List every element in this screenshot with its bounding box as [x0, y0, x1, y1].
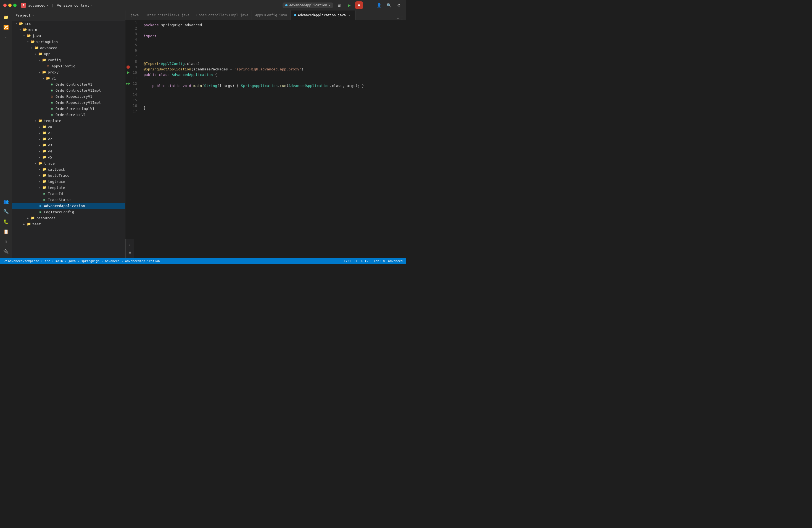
tree-icon-TraceId: ◉	[42, 191, 46, 196]
tree-arrow-callback: ▶	[38, 167, 41, 171]
sidebar-info-icon[interactable]: ℹ	[2, 237, 11, 246]
sidebar-item-callback[interactable]: ▶📁callback	[12, 166, 125, 172]
sidebar-people-icon[interactable]: 👥	[2, 197, 11, 206]
tabs-more-options[interactable]: ⋮	[400, 16, 404, 20]
run-config-selector[interactable]: AdvancedApplication ▾	[282, 2, 333, 8]
line-ending[interactable]: LF	[354, 259, 358, 263]
run-gutter-icon[interactable]	[127, 71, 130, 74]
sidebar-item-test[interactable]: ▶📁test	[12, 221, 125, 227]
version-control-selector[interactable]: Version control ▾	[57, 3, 92, 8]
sidebar-item-v1t[interactable]: ▶📁v1	[12, 130, 125, 136]
sidebar-item-OrderControllerV1Impl[interactable]: ◉OrderControllerV1Impl	[12, 87, 125, 93]
code-line-15[interactable]	[144, 100, 406, 105]
gutter-13	[126, 86, 131, 92]
right-panel-icon[interactable]: ✓	[127, 241, 133, 248]
sidebar-tree[interactable]: ▾📂src▾📂main▾📂java▾📂springHigh▾📂advanced▾…	[12, 20, 125, 258]
run-gutter-sm-icon[interactable]	[126, 83, 130, 85]
sidebar-item-helloTrace[interactable]: ▶📁helloTrace	[12, 172, 125, 178]
sidebar-item-v3[interactable]: ▶📁v3	[12, 142, 125, 148]
code-line-3[interactable]: import ...	[144, 33, 406, 39]
sidebar-item-src[interactable]: ▾📂src	[12, 20, 125, 27]
line-row-5: 5	[126, 42, 139, 48]
sidebar-item-v5[interactable]: ▶📁v5	[12, 154, 125, 160]
code-line-4[interactable]	[144, 39, 406, 44]
cursor-position[interactable]: 17:1	[344, 259, 351, 263]
sidebar-item-AdvancedApplication[interactable]: ◉AdvancedApplication	[12, 203, 125, 209]
sidebar-item-TraceStatus[interactable]: ◉TraceStatus	[12, 196, 125, 203]
code-editor[interactable]: package springHigh.advanced;import ...@I…	[139, 20, 406, 239]
sidebar-debug-icon[interactable]: 🐛	[2, 217, 11, 226]
maximize-button[interactable]	[13, 4, 17, 7]
sidebar-item-main[interactable]: ▾📂main	[12, 27, 125, 33]
code-line-7[interactable]	[144, 56, 406, 61]
encoding[interactable]: UTF-8	[361, 259, 371, 263]
sidebar-plugin-icon[interactable]: 🔌	[2, 247, 11, 256]
sidebar-item-springHigh[interactable]: ▾📂springHigh	[12, 39, 125, 45]
code-line-8[interactable]: @Import(AppV1Config.class)	[144, 61, 406, 67]
sidebar-item-template[interactable]: ▾📂template	[12, 118, 125, 124]
sidebar-more-icon[interactable]: ⋯	[2, 33, 11, 41]
sidebar-item-trace[interactable]: ▾📂trace	[12, 160, 125, 166]
tab-java-tab[interactable]: .java	[126, 11, 142, 20]
code-line-12[interactable]: public static void main(String[] args) {…	[144, 83, 406, 89]
breakpoint-icon[interactable]	[127, 65, 130, 69]
tabs-split-down[interactable]: ⌄	[397, 16, 399, 20]
sidebar-item-v1[interactable]: ▾📂v1	[12, 75, 125, 81]
close-button[interactable]	[3, 4, 6, 7]
settings-button[interactable]: ⚙	[395, 1, 403, 9]
layout-button[interactable]: ⊞	[335, 1, 343, 9]
code-line-5[interactable]	[144, 44, 406, 50]
sidebar-commits-icon[interactable]: 📋	[2, 227, 11, 236]
code-line-1[interactable]: package springHigh.advanced;	[144, 23, 406, 28]
sidebar-item-v2[interactable]: ▶📁v2	[12, 136, 125, 142]
sidebar-item-TraceId[interactable]: ◉TraceId	[12, 191, 125, 196]
tab-order-ctrl-v1-impl[interactable]: OrderControllerV1Impl.java	[193, 11, 252, 20]
sidebar-item-v4[interactable]: ▶📁v4	[12, 148, 125, 154]
sidebar-item-resources[interactable]: ▶📁resources	[12, 215, 125, 221]
sidebar-item-OrderRepositoryV1Impl[interactable]: ◉OrderRepositoryV1Impl	[12, 99, 125, 105]
sidebar-item-OrderServiceImplV1[interactable]: ◉OrderServiceImplV1	[12, 105, 125, 112]
indent-setting[interactable]: Tab: 8	[374, 259, 385, 263]
code-line-6[interactable]	[144, 50, 406, 56]
line-number-15: 15	[131, 98, 139, 103]
sidebar-item-proxy[interactable]: ▾📂proxy	[12, 69, 125, 75]
sidebar-item-java[interactable]: ▾📂java	[12, 33, 125, 39]
more-options-button[interactable]: ⋮	[365, 1, 373, 9]
search-button[interactable]: 🔍	[385, 1, 393, 9]
minimize-button[interactable]	[8, 4, 12, 7]
sidebar-item-app[interactable]: ▾📂app	[12, 51, 125, 57]
tab-close-advanced-app[interactable]: ✕	[347, 13, 352, 17]
sidebar-item-OrderServiceV1[interactable]: ◉OrderServiceV1	[12, 112, 125, 118]
sidebar-item-OrderControllerV1[interactable]: ◉OrderControllerV1	[12, 81, 125, 87]
tab-advanced-app[interactable]: AdvancedApplication.java✕	[291, 11, 356, 20]
advanced-label[interactable]: advanced	[388, 259, 403, 263]
sidebar-item-templateInner[interactable]: ▶📁template	[12, 185, 125, 191]
code-line-2[interactable]	[144, 28, 406, 33]
sidebar-item-LogTraceConfig[interactable]: ◉LogTraceConfig	[12, 209, 125, 215]
sidebar-item-AppV1Config[interactable]: ◎AppV1Config	[12, 63, 125, 69]
code-line-17[interactable]	[144, 111, 406, 116]
code-line-16[interactable]: }	[144, 105, 406, 111]
code-line-14[interactable]	[144, 94, 406, 100]
sidebar-item-OrderRepositoryV1[interactable]: ◎OrderRepositoryV1	[12, 93, 125, 99]
sidebar-item-advanced[interactable]: ▾📂advanced	[12, 45, 125, 51]
code-line-9[interactable]: @SpringBootApplication(scanBasePackages …	[144, 67, 406, 72]
user-button[interactable]: 👤	[375, 1, 383, 9]
tab-order-ctrl-v1[interactable]: OrderControllerV1.java	[142, 11, 193, 20]
minimap-icon[interactable]: ≡	[127, 249, 133, 256]
sidebar-tools-icon[interactable]: 🔧	[2, 207, 11, 216]
code-line-13[interactable]	[144, 89, 406, 94]
sidebar-item-logtrace[interactable]: ▶📁logtrace	[12, 178, 125, 185]
project-selector[interactable]: advanced ▾	[28, 3, 48, 8]
sidebar-vcs-icon[interactable]: 🔀	[2, 23, 11, 31]
sidebar-project-icon[interactable]: 📁	[2, 13, 11, 21]
run-green-button[interactable]: ▶	[345, 1, 353, 9]
stop-button[interactable]: ■	[355, 1, 363, 9]
tab-appv1config[interactable]: AppV1Config.java	[252, 11, 291, 20]
code-line-10[interactable]: public class AdvancedApplication {	[144, 72, 406, 78]
sidebar-item-v0[interactable]: ▶📁v0	[12, 124, 125, 130]
sidebar-item-config[interactable]: ▾📂config	[12, 57, 125, 63]
code-line-11[interactable]	[144, 78, 406, 83]
git-branch[interactable]: ⎇ advanced-template › src › main › java …	[3, 259, 160, 263]
line-number-7: 7	[131, 53, 139, 59]
